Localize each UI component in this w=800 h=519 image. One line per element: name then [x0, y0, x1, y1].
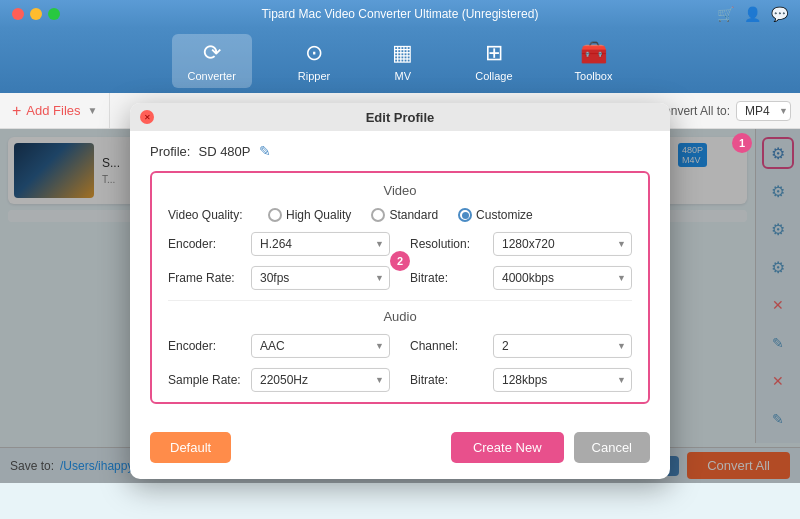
ripper-icon: ⊙ [305, 40, 323, 66]
action-buttons: Create New Cancel [451, 432, 650, 463]
title-bar: Tipard Mac Video Converter Ultimate (Unr… [0, 0, 800, 28]
step-1-label: 1 [732, 133, 752, 153]
nav-ripper[interactable]: ⊙ Ripper [282, 34, 346, 88]
audio-encoder-channel-row: Encoder: AAC ▼ Channel: 2 [168, 334, 632, 358]
quality-radio-group: High Quality Standard Customize [268, 208, 632, 222]
resolution-label: Resolution: [410, 237, 485, 251]
customize-radio[interactable] [458, 208, 472, 222]
framerate-label: Frame Rate: [168, 271, 243, 285]
audio-bitrate-select-wrap: 128kbps ▼ [493, 368, 632, 392]
samplerate-select[interactable]: 22050Hz [251, 368, 390, 392]
high-quality-radio[interactable] [268, 208, 282, 222]
nav-mv-label: MV [394, 70, 411, 82]
samplerate-label: Sample Rate: [168, 373, 243, 387]
encoder-select[interactable]: H.264 [251, 232, 390, 256]
converter-icon: ⟳ [203, 40, 221, 66]
nav-toolbox-label: Toolbox [575, 70, 613, 82]
samplerate-select-wrap: 22050Hz ▼ [251, 368, 390, 392]
audio-encoder-select-wrap: AAC ▼ [251, 334, 390, 358]
profile-edit-icon[interactable]: ✎ [259, 143, 271, 159]
encoder-select-wrap: H.264 ▼ [251, 232, 390, 256]
user-icon[interactable]: 👤 [744, 6, 761, 22]
audio-section-title: Audio [168, 309, 632, 324]
channel-select-wrap: 2 ▼ [493, 334, 632, 358]
modal-close-button[interactable]: ✕ [140, 110, 154, 124]
minimize-button[interactable] [30, 8, 42, 20]
traffic-lights [12, 8, 60, 20]
message-icon[interactable]: 💬 [771, 6, 788, 22]
channel-col: Channel: 2 ▼ [410, 334, 632, 358]
resolution-select[interactable]: 1280x720 [493, 232, 632, 256]
toolbox-icon: 🧰 [580, 40, 607, 66]
video-bitrate-label: Bitrate: [410, 271, 485, 285]
quality-customize-option[interactable]: Customize [458, 208, 533, 222]
modal-titlebar: ✕ Edit Profile [130, 103, 670, 131]
audio-bitrate-col: Bitrate: 128kbps ▼ [410, 368, 632, 392]
video-quality-row: Video Quality: High Quality Standard [168, 208, 632, 222]
resolution-col: Resolution: 1280x720 ▼ [410, 232, 632, 256]
quality-standard-option[interactable]: Standard [371, 208, 438, 222]
encoder-label: Encoder: [168, 237, 243, 251]
audio-bitrate-label: Bitrate: [410, 373, 485, 387]
create-new-button[interactable]: Create New [451, 432, 564, 463]
customize-radio-dot [462, 211, 469, 218]
format-select[interactable]: MP4 [736, 101, 791, 121]
audio-encoder-select[interactable]: AAC [251, 334, 390, 358]
section-divider [168, 300, 632, 301]
edit-profile-modal: ✕ Edit Profile Profile: SD 480P ✎ Video … [130, 103, 670, 479]
nav-converter[interactable]: ⟳ Converter [172, 34, 252, 88]
dropdown-arrow-icon: ▼ [88, 105, 98, 116]
framerate-col: Frame Rate: 30fps ▼ [168, 266, 390, 290]
samplerate-col: Sample Rate: 22050Hz ▼ [168, 368, 390, 392]
customize-label: Customize [476, 208, 533, 222]
modal-body: Profile: SD 480P ✎ Video Video Quality: … [130, 131, 670, 432]
video-bitrate-col: Bitrate: 4000kbps ▼ [410, 266, 632, 290]
resolution-select-wrap: 1280x720 ▼ [493, 232, 632, 256]
nav-collage-label: Collage [475, 70, 512, 82]
audio-bitrate-select[interactable]: 128kbps [493, 368, 632, 392]
high-quality-label: High Quality [286, 208, 351, 222]
main-content: S... T... 480PM4V 1 ⚙ ⚙ ⚙ ⚙ ✕ ✎ ✕ ✎ 2 3 … [0, 129, 800, 483]
step-2-label: 2 [390, 251, 410, 271]
framerate-select-wrap: 30fps ▼ [251, 266, 390, 290]
app-title: Tipard Mac Video Converter Ultimate (Unr… [262, 7, 539, 21]
video-section-title: Video [168, 183, 632, 198]
framerate-select[interactable]: 30fps [251, 266, 390, 290]
channel-label: Channel: [410, 339, 485, 353]
maximize-button[interactable] [48, 8, 60, 20]
add-files-button[interactable]: + Add Files ▼ [0, 93, 110, 128]
profile-value: SD 480P [198, 143, 250, 158]
profile-label: Profile: [150, 143, 190, 158]
nav-toolbox[interactable]: 🧰 Toolbox [559, 34, 629, 88]
encoder-col: Encoder: H.264 ▼ [168, 232, 390, 256]
modal-footer: Default Create New Cancel [130, 432, 670, 479]
video-bitrate-select-wrap: 4000kbps ▼ [493, 266, 632, 290]
nav-converter-label: Converter [188, 70, 236, 82]
nav-ripper-label: Ripper [298, 70, 330, 82]
profile-row: Profile: SD 480P ✎ [150, 143, 650, 159]
channel-select[interactable]: 2 [493, 334, 632, 358]
standard-label: Standard [389, 208, 438, 222]
nav-mv[interactable]: ▦ MV [376, 34, 429, 88]
cart-icon[interactable]: 🛒 [717, 6, 734, 22]
add-files-label: Add Files [26, 103, 80, 118]
audio-encoder-col: Encoder: AAC ▼ [168, 334, 390, 358]
video-bitrate-select[interactable]: 4000kbps [493, 266, 632, 290]
default-button[interactable]: Default [150, 432, 231, 463]
collage-icon: ⊞ [485, 40, 503, 66]
video-quality-label: Video Quality: [168, 208, 258, 222]
plus-icon: + [12, 102, 21, 120]
audio-encoder-label: Encoder: [168, 339, 243, 353]
modal-title: Edit Profile [366, 109, 435, 124]
video-section: Video Video Quality: High Quality Standa… [150, 171, 650, 404]
samplerate-audiobitrate-row: Sample Rate: 22050Hz ▼ Bitrate: 128k [168, 368, 632, 392]
mv-icon: ▦ [392, 40, 413, 66]
nav-collage[interactable]: ⊞ Collage [459, 34, 528, 88]
standard-radio[interactable] [371, 208, 385, 222]
title-bar-icons: 🛒 👤 💬 [717, 6, 788, 22]
nav-bar: ⟳ Converter ⊙ Ripper ▦ MV ⊞ Collage 🧰 To… [0, 28, 800, 93]
cancel-button[interactable]: Cancel [574, 432, 650, 463]
close-button[interactable] [12, 8, 24, 20]
quality-high-option[interactable]: High Quality [268, 208, 351, 222]
